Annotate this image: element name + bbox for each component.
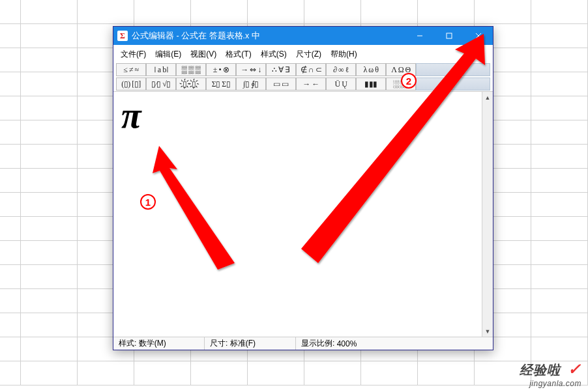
callout-badge-2-label: 2 (406, 76, 411, 87)
watermark-title: 经验啦 (520, 363, 561, 377)
equation-editor-window: Σ 公式编辑器 - 公式在 答题表格.x 中 文件(F) 编辑(E) 视图(V)… (113, 26, 493, 350)
menu-edit[interactable]: 编辑(E) (152, 48, 184, 61)
menu-style[interactable]: 样式(S) (257, 48, 290, 61)
minimize-button[interactable] (405, 27, 434, 45)
menu-size[interactable]: 尺寸(Z) (293, 48, 325, 61)
maximize-button[interactable] (434, 27, 463, 45)
status-zoom-value: 400% (337, 339, 357, 348)
palette-integrals[interactable]: ∫▯ ∮▯ (236, 77, 266, 91)
svg-rect-1 (447, 33, 452, 38)
scroll-up-icon[interactable]: ▲ (482, 92, 493, 103)
status-zoom-label: 显示比例: (301, 338, 334, 349)
scroll-down-icon[interactable]: ▼ (482, 326, 493, 337)
watermark-sub: jingyanla.com (520, 379, 581, 388)
palette-subsup[interactable]: ▯҉ ▯҉ (176, 77, 206, 91)
palette-embellishments[interactable]: ▒ ▒ ▒ (176, 63, 206, 76)
palette-matrix[interactable]: ▮▮▮ (356, 77, 386, 91)
callout-badge-1-label: 1 (145, 197, 151, 208)
callout-badge-2: 2 (401, 73, 417, 89)
maximize-icon (446, 33, 452, 39)
palette-arrows[interactable]: → ⇔ ↓ (236, 63, 266, 76)
palette-spaces[interactable]: ⁞ a b⁞ (146, 63, 176, 76)
toolbar-grip-1 (416, 63, 490, 76)
palette-overbar[interactable]: ▭ ▭ (266, 77, 296, 91)
menu-help[interactable]: 帮助(H) (327, 48, 360, 61)
palette-fences[interactable]: (▯) [▯] (116, 77, 146, 91)
editor-canvas-wrap: π ▲ ▼ (113, 91, 493, 337)
palette-fractions[interactable]: ▯⁄▯ √▯ (146, 77, 176, 91)
palette-summation[interactable]: Σ▯ Σ▯ (206, 77, 236, 91)
status-bar: 样式: 数学(M) 尺寸: 标准(F) 显示比例: 400% (113, 337, 493, 350)
app-icon: Σ (117, 31, 128, 41)
toolbar-grip-2 (416, 77, 490, 91)
menubar: 文件(F) 编辑(E) 视图(V) 格式(T) 样式(S) 尺寸(Z) 帮助(H… (113, 45, 493, 63)
palette-operators[interactable]: ± • ⊗ (206, 63, 236, 76)
palette-set-theory[interactable]: ∉ ∩ ⊂ (296, 63, 326, 76)
close-icon (475, 33, 482, 39)
status-zoom: 显示比例: 400% (296, 337, 493, 350)
status-style-label: 样式: (119, 338, 136, 349)
status-size-label: 尺寸: (210, 338, 228, 349)
close-button[interactable] (463, 27, 493, 45)
status-style-value: 数学(M) (139, 338, 166, 349)
palette-labeled-arrows[interactable]: → ← (296, 77, 326, 91)
watermark: 经验啦 ✓ jingyanla.com (520, 360, 581, 388)
palette-products[interactable]: Ū Ų (326, 77, 356, 91)
menu-format[interactable]: 格式(T) (222, 48, 254, 61)
status-size: 尺寸: 标准(F) (205, 337, 296, 350)
palette-greek-lower[interactable]: λ ω θ (356, 63, 386, 76)
window-title: 公式编辑器 - 公式在 答题表格.x 中 (132, 31, 405, 42)
palette-misc[interactable]: ∂ ∞ ℓ (326, 63, 356, 76)
callout-badge-1: 1 (140, 194, 156, 210)
status-style: 样式: 数学(M) (113, 337, 205, 350)
palette-relations[interactable]: ≤ ≠ ≈ (116, 63, 146, 76)
palette-logical[interactable]: ∴ ∀ ∃ (266, 63, 296, 76)
minimize-icon (417, 33, 423, 39)
equation-pi-symbol: π (121, 94, 141, 136)
template-toolbar-row-2: (▯) [▯] ▯⁄▯ √▯ ▯҉ ▯҉ Σ▯ Σ▯ ∫▯ ∮▯ ▭ ▭ → ←… (113, 77, 493, 91)
symbol-toolbar-row-1: ≤ ≠ ≈ ⁞ a b⁞ ▒ ▒ ▒ ± • ⊗ → ⇔ ↓ ∴ ∀ ∃ ∉ ∩… (113, 63, 493, 77)
watermark-check-icon: ✓ (568, 360, 581, 378)
editor-canvas[interactable]: π (113, 92, 482, 337)
menu-file[interactable]: 文件(F) (117, 48, 149, 61)
vertical-scrollbar[interactable]: ▲ ▼ (482, 92, 493, 337)
status-size-value: 标准(F) (230, 338, 256, 349)
menu-view[interactable]: 视图(V) (187, 48, 220, 61)
titlebar[interactable]: Σ 公式编辑器 - 公式在 答题表格.x 中 (113, 27, 493, 45)
